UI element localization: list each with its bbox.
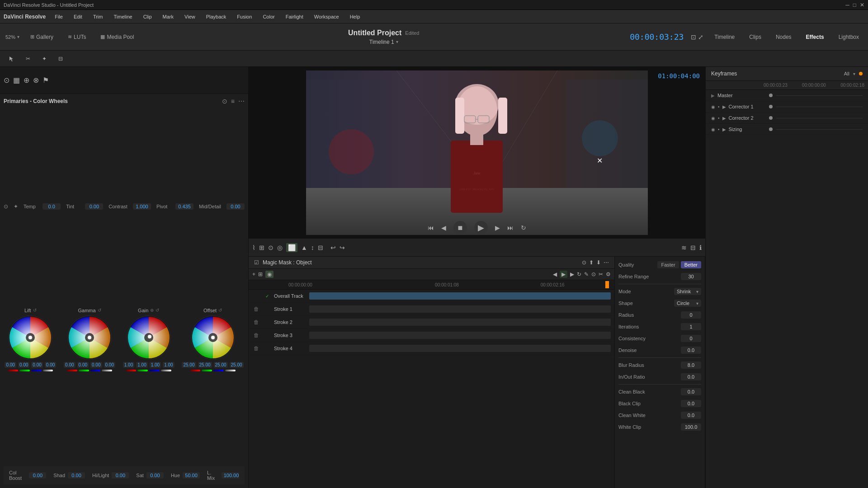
quality-faster-btn[interactable]: Faster	[657, 261, 679, 268]
go-end-btn[interactable]: ⏭	[507, 224, 514, 231]
histogram-icon[interactable]: ⊟	[690, 244, 696, 251]
temp-value[interactable]: 0.0	[42, 203, 61, 210]
menu-fusion[interactable]: Fusion	[235, 13, 254, 20]
stroke4-bar[interactable]	[309, 345, 611, 352]
sizing-keyframe-dot[interactable]	[769, 127, 773, 131]
black-clip-value[interactable]: 0.0	[681, 400, 701, 407]
quality-better-btn[interactable]: Better	[681, 261, 701, 268]
gain-crosshair-icon[interactable]: ⊕	[150, 308, 154, 313]
wheel-bars-icon[interactable]: ≡	[231, 98, 235, 105]
mask-settings-icon[interactable]: ⊙	[582, 259, 586, 266]
gain-wheel[interactable]	[126, 315, 171, 360]
denoise-value[interactable]: 0.0	[681, 347, 701, 354]
luts-btn[interactable]: ≋ LUTs	[64, 32, 90, 42]
hue-value[interactable]: 50.00	[183, 472, 200, 479]
shape-dropdown[interactable]: Circle ▾	[674, 300, 701, 307]
menu-fairlight[interactable]: Fairlight	[284, 13, 305, 20]
tint-value[interactable]: 0.00	[85, 203, 103, 210]
info-icon[interactable]: ℹ	[699, 244, 702, 251]
master-expand-icon[interactable]: ▶	[711, 93, 715, 98]
color-target-icon[interactable]: ⊕	[24, 76, 29, 84]
gamma-wheel[interactable]	[67, 315, 112, 360]
mask-check-icon[interactable]: ☑	[254, 259, 259, 266]
menu-color[interactable]: Color	[261, 13, 276, 20]
timeline-selector[interactable]: Timeline 1 ▾	[369, 39, 398, 45]
mask-prev-key[interactable]: ◀	[553, 271, 557, 277]
undo-icon[interactable]: ↩	[330, 244, 336, 251]
sizing-arrow-icon[interactable]: ▶	[722, 127, 726, 132]
tool-blade[interactable]: ✂	[22, 53, 34, 64]
clean-white-value[interactable]: 0.0	[681, 412, 701, 419]
offset-sliders[interactable]	[190, 370, 236, 371]
menu-playback[interactable]: Playback	[204, 13, 228, 20]
col-boost-value[interactable]: 0.00	[29, 472, 46, 479]
mask-export-icon[interactable]: ⬆	[589, 259, 594, 266]
lightbox-btn[interactable]: Lightbox	[835, 32, 863, 42]
hilight-value[interactable]: 0.00	[112, 472, 129, 479]
radius-value[interactable]: 0	[681, 311, 701, 319]
loop-btn[interactable]: ↻	[521, 224, 526, 231]
mode-dropdown[interactable]: Shrink ▾	[674, 288, 701, 295]
stroke3-bar[interactable]	[309, 332, 611, 339]
node-icon[interactable]: ⊞	[259, 244, 264, 251]
mask-add-icon[interactable]: +	[252, 271, 255, 277]
mask-target-icon[interactable]: ◉	[265, 271, 274, 278]
offset-wheel[interactable]	[190, 315, 236, 360]
minimize-btn[interactable]: ─	[845, 2, 849, 8]
mask-record-icon[interactable]: ⊙	[591, 271, 596, 277]
curve-icon[interactable]: ⌇	[252, 244, 255, 251]
mask-pencil-icon[interactable]: ✎	[584, 271, 589, 277]
scope-icon[interactable]: ≋	[681, 244, 687, 251]
menu-help[interactable]: Help	[348, 13, 362, 20]
lift-sliders[interactable]	[8, 370, 53, 371]
gain-sliders[interactable]	[126, 370, 171, 371]
fullscreen-icon[interactable]: ⤢	[698, 33, 703, 41]
tool-snapping[interactable]: ⊟	[54, 53, 67, 64]
stroke3-check[interactable]	[264, 332, 270, 338]
gallery-btn[interactable]: ⊞ Gallery	[27, 32, 57, 42]
tracker-icon[interactable]: ⊙	[268, 244, 274, 251]
3d-icon[interactable]: ↕	[311, 244, 314, 251]
effects-btn[interactable]: Effects	[802, 32, 828, 42]
mask-icon[interactable]: ⬜	[286, 243, 297, 252]
lift-reset-icon[interactable]: ↺	[33, 308, 37, 313]
mask-next-key[interactable]: ▶	[570, 271, 574, 277]
mask-loop-icon[interactable]: ↻	[577, 271, 581, 277]
maximize-btn[interactable]: □	[853, 2, 856, 8]
corrector2-arrow-icon[interactable]: ▶	[722, 116, 726, 121]
menu-view[interactable]: View	[183, 13, 197, 20]
blur-icon[interactable]: ◎	[277, 244, 283, 251]
delete-stroke1-btn[interactable]: 🗑	[252, 305, 260, 313]
white-clip-value[interactable]: 100.0	[681, 423, 701, 431]
stroke2-bar[interactable]	[309, 319, 611, 326]
mask-import-icon[interactable]: ⬇	[596, 259, 601, 266]
redo-icon[interactable]: ↪	[340, 244, 345, 251]
iterations-value[interactable]: 1	[681, 323, 701, 330]
overall-track-bar[interactable]	[309, 292, 611, 300]
corrector1-keyframe-dot[interactable]	[769, 105, 773, 108]
media-pool-btn[interactable]: ▦ Media Pool	[97, 32, 137, 42]
clips-btn[interactable]: Clips	[745, 32, 765, 42]
stroke1-bar[interactable]	[309, 305, 611, 313]
tool-hand[interactable]: ✦	[38, 53, 51, 64]
lmix-value[interactable]: 100.00	[222, 472, 239, 479]
corrector1-arrow-icon[interactable]: ▶	[722, 104, 726, 109]
mask-play-btn[interactable]: ▶	[560, 271, 567, 278]
master-keyframe-dot[interactable]	[769, 94, 773, 97]
refine-range-value[interactable]: 30	[681, 273, 701, 280]
middetail-value[interactable]: 0.00	[226, 203, 245, 210]
menu-clip[interactable]: Clip	[142, 13, 154, 20]
tool-pointer[interactable]	[5, 53, 18, 64]
offset-reset-icon[interactable]: ↺	[218, 308, 222, 313]
nodes-btn[interactable]: Nodes	[772, 32, 795, 42]
wheel-more-icon[interactable]: ⋯	[238, 98, 245, 105]
gain-reset-icon[interactable]: ↺	[156, 308, 159, 313]
color-wheel-mode-icon[interactable]: ⊙	[4, 76, 9, 84]
corrector2-keyframe-dot[interactable]	[769, 116, 773, 120]
pivot-value[interactable]: 0.435	[175, 203, 193, 210]
gamma-reset-icon[interactable]: ↺	[98, 308, 101, 313]
menu-workspace[interactable]: Workspace	[312, 13, 341, 20]
wheel-settings-icon[interactable]: ⊙	[222, 98, 227, 105]
next-frame-btn[interactable]: ▶	[495, 224, 500, 231]
color-flag-icon[interactable]: ⚑	[42, 76, 49, 84]
